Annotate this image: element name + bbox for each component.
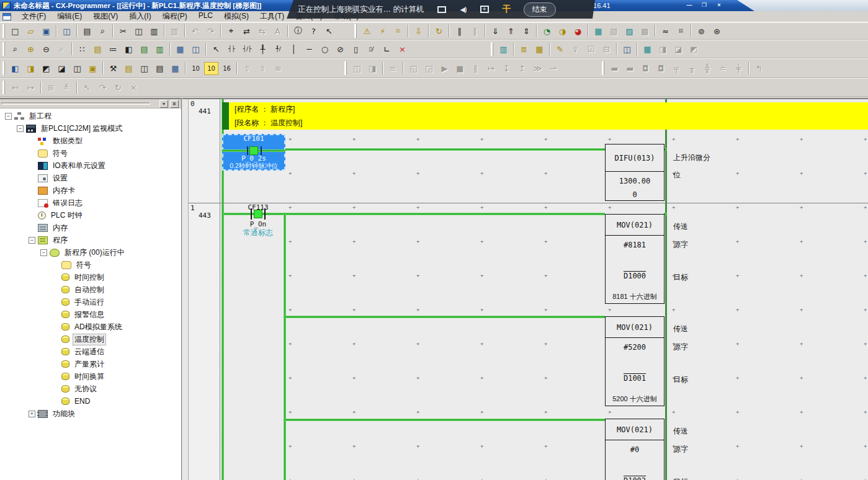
toggle-address-reference-button[interactable]: ◫ <box>70 62 84 75</box>
monitor-hexadecimal-button[interactable]: 16 <box>220 62 234 75</box>
restore-button[interactable]: ❐ <box>699 1 710 9</box>
force-off-button[interactable]: ⊛ <box>710 25 724 38</box>
copy-button[interactable]: ◫ <box>132 25 146 38</box>
toolbar-grip[interactable] <box>2 61 5 75</box>
rung-list-button[interactable]: ▤ <box>153 62 167 75</box>
download-to-plc-button[interactable]: ⇓ <box>488 25 503 38</box>
tree-item-io-table[interactable]: IO表和单元设置 <box>0 159 181 172</box>
online-edit-begin-button[interactable]: ✎ <box>553 43 567 56</box>
show-symbol-names-button[interactable]: ≔ <box>106 43 120 56</box>
new-document-button[interactable]: □ <box>8 25 22 38</box>
instruction-difu[interactable]: DIFU(013) 1300.00 0 <box>605 144 664 201</box>
tree-item-error-log[interactable]: 错误日志 <box>0 197 181 209</box>
toggle-project-workspace-button[interactable]: ◧ <box>8 62 22 75</box>
instruction-mov-1[interactable]: MOV(021) #8181 D1000 8181 十六进制 <box>605 214 664 304</box>
tree-item-section-time-convert[interactable]: 时间换算 <box>0 370 181 383</box>
new-closed-contact-button[interactable]: ┤/├ <box>240 43 254 56</box>
window-properties-button[interactable]: ▣ <box>86 62 100 75</box>
zoom-out-button[interactable]: ⊖ <box>39 43 53 56</box>
transfer-scheduled-button[interactable]: ▦ <box>532 43 547 56</box>
menu-edit[interactable]: 编辑(E) <box>51 11 87 22</box>
compile-all-programs-button[interactable]: ⚡ <box>375 25 390 38</box>
toggle-watch-window-button[interactable]: ◩ <box>39 62 53 75</box>
toggle-output-window-button[interactable]: ◨ <box>24 62 38 75</box>
tree-item-section-end[interactable]: END <box>0 395 181 407</box>
tree-item-settings[interactable]: 设置 <box>0 172 181 184</box>
workspace-grip[interactable] <box>1 102 150 105</box>
zoom-in-button[interactable]: ⊕ <box>24 43 38 56</box>
tree-item-section-production-count[interactable]: 产量累计 <box>0 358 181 370</box>
symbol-comment-bar-button[interactable]: ▤ <box>137 43 151 56</box>
menu-simulation[interactable]: 模拟(S) <box>218 11 254 22</box>
rung-comment-header[interactable]: [程序名 ： 新程序] [段名称 ： 温度控制] <box>222 102 868 130</box>
minimize-button[interactable]: — <box>684 1 695 9</box>
instruction-mov-2[interactable]: MOV(021) #5200 D1001 5200 十六进制 <box>605 316 664 406</box>
menu-insert[interactable]: 插入(I) <box>123 11 156 22</box>
new-instruction-button[interactable]: ▯ <box>349 43 363 56</box>
mnemonics-view-button[interactable]: ▦ <box>173 43 187 56</box>
monitor-signed-decimal-button[interactable]: 10 <box>204 62 218 75</box>
tree-item-section-time-control[interactable]: 时间控制 <box>0 271 181 283</box>
tree-item-section-auto-control[interactable]: 自动控制 <box>0 283 181 296</box>
tree-item-section-no-protocol[interactable]: 无协议 <box>0 383 181 395</box>
end-session-button[interactable]: 结束 <box>524 2 556 17</box>
differential-monitor-button[interactable]: ▨ <box>622 25 637 38</box>
collapse-icon[interactable]: − <box>29 237 35 244</box>
show-rung-annotations-button[interactable]: ▥ <box>153 43 167 56</box>
tree-item-section-alarm-info[interactable]: 报警信息 <box>0 308 181 321</box>
expand-icon[interactable]: + <box>29 411 35 417</box>
workspace-dropdown-button[interactable]: ▾ <box>159 100 168 108</box>
function-block-instance-button[interactable]: ◫ <box>620 43 634 56</box>
show-io-comments-button[interactable]: ◧ <box>122 43 136 56</box>
remote-app-icon[interactable]: 干 <box>503 4 511 15</box>
fullscreen-icon[interactable] <box>437 6 446 13</box>
save-project-button[interactable]: ▣ <box>39 25 53 38</box>
volume-icon[interactable]: ◀) <box>460 6 466 14</box>
tree-item-function-blocks[interactable]: +功能块 <box>0 407 181 420</box>
tree-item-memory-card[interactable]: 内存卡 <box>0 184 181 197</box>
select-tool-button[interactable]: ↖ <box>209 43 223 56</box>
toolbar-grip[interactable] <box>491 42 493 56</box>
tree-item-section-temperature-control[interactable]: 温度控制 <box>0 333 181 345</box>
print-button[interactable]: ▤ <box>80 25 94 38</box>
rung-comment-button[interactable]: ▤ <box>91 43 105 56</box>
io-table-view-button[interactable]: ▦ <box>168 62 182 75</box>
comment-editor-button[interactable]: ▤ <box>122 62 136 75</box>
compile-program-button[interactable]: ⚠ <box>360 25 374 38</box>
toolbar-grip[interactable] <box>602 61 604 75</box>
add-window-icon[interactable]: + <box>480 6 489 13</box>
tree-item-section-ad-analog[interactable]: AD模拟量系统 <box>0 321 181 333</box>
about-button[interactable]: ⓘ <box>291 25 305 38</box>
new-inverted-instruction-button[interactable]: ▯/ <box>364 43 378 56</box>
check-program-button[interactable]: ⚒ <box>106 62 120 75</box>
toolbar-grip[interactable] <box>2 81 5 94</box>
find-button[interactable]: ⌖ <box>224 25 238 38</box>
collapse-icon[interactable]: − <box>40 249 47 256</box>
new-rung-button[interactable]: ∟ <box>380 43 394 56</box>
tree-item-new-program[interactable]: −新程序 (00)运行中 <box>0 246 181 259</box>
menu-file[interactable]: 文件(F) <box>16 11 51 22</box>
data-trace-button[interactable]: ≈ <box>658 25 673 38</box>
toolbar-grip[interactable] <box>344 61 347 75</box>
toggle-grid-button[interactable]: ∷ <box>75 43 89 56</box>
monitor-mode-button[interactable]: ▦ <box>591 25 606 38</box>
new-closed-or-contact-button[interactable]: ╀/ <box>271 43 285 56</box>
run-mode-button[interactable]: ◕ <box>571 25 585 38</box>
open-project-button[interactable]: ▱ <box>24 25 38 38</box>
zoom-to-fit-button[interactable]: ⌕ <box>8 43 22 56</box>
toolbar-grip[interactable] <box>2 24 5 38</box>
program-mode-button[interactable]: ◔ <box>540 25 554 38</box>
new-or-contact-button[interactable]: ╀ <box>256 43 270 56</box>
compare-with-plc-button[interactable]: ⇕ <box>519 25 534 38</box>
panel-splitter[interactable] <box>182 98 189 480</box>
find-address-button[interactable]: ⇄ <box>239 25 254 38</box>
instruction-mov-3[interactable]: MOV(021) #0 D1002 <box>605 419 664 480</box>
section-list-button[interactable]: ◫ <box>137 62 151 75</box>
tree-item-section-cloud-comm[interactable]: 云端通信 <box>0 345 181 358</box>
monitor-decimal-button[interactable]: 10 <box>189 62 203 75</box>
help-topics-button[interactable]: ? <box>306 25 321 38</box>
tree-item-section-manual-run[interactable]: 手动运行 <box>0 296 181 308</box>
workspace-close-button[interactable]: × <box>170 100 179 108</box>
debug-mode-button[interactable]: ◑ <box>555 25 570 38</box>
contact-cf101[interactable]: CF101 P_0_2s 0.2秒时钟脉冲位 <box>222 134 285 171</box>
